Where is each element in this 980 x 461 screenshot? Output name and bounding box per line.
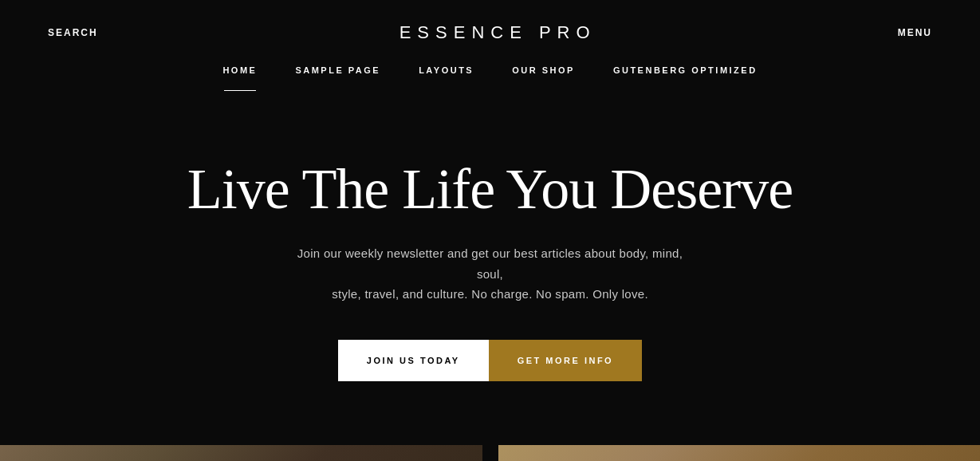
image-strip-divider xyxy=(482,445,498,461)
search-button[interactable]: SEARCH xyxy=(48,27,98,38)
hero-title: Live The Life You Deserve xyxy=(187,158,793,221)
hero-subtitle-line2: style, travel, and culture. No charge. N… xyxy=(332,287,648,301)
cta-buttons: JOIN US TODAY GET MORE INFO xyxy=(338,340,642,381)
hero-subtitle: Join our weekly newsletter and get our b… xyxy=(283,243,698,305)
image-strip-right xyxy=(498,445,981,461)
hero-section: Live The Life You Deserve Join our weekl… xyxy=(0,94,980,429)
image-strip-left xyxy=(0,445,482,461)
join-us-button[interactable]: JOIN US TODAY xyxy=(338,340,489,381)
nav-item-gutenberg[interactable]: GUTENBERG OPTIMIZED xyxy=(613,65,758,78)
menu-button[interactable]: MENU xyxy=(898,27,932,38)
main-nav: HOME SAMPLE PAGE LAYOUTS OUR SHOP GUTENB… xyxy=(0,65,980,94)
nav-item-layouts[interactable]: LAYOUTS xyxy=(419,65,474,78)
header: SEARCH ESSENCE PRO MENU xyxy=(0,0,980,65)
site-logo: ESSENCE PRO xyxy=(399,22,596,43)
nav-item-home[interactable]: HOME xyxy=(222,65,257,78)
get-more-info-button[interactable]: GET MORE INFO xyxy=(489,340,643,381)
image-strip xyxy=(0,445,980,461)
nav-item-sample-page[interactable]: SAMPLE PAGE xyxy=(295,65,380,78)
hero-subtitle-line1: Join our weekly newsletter and get our b… xyxy=(297,246,683,281)
nav-item-our-shop[interactable]: OUR SHOP xyxy=(512,65,575,78)
